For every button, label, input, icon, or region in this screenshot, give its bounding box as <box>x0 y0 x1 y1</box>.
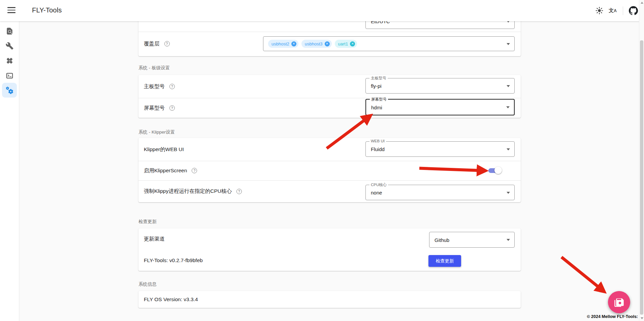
field-label: WEB UI <box>369 139 386 143</box>
help-icon[interactable]: ? <box>169 105 175 111</box>
cpu-value: none <box>371 190 382 195</box>
chip-close-icon[interactable]: ✕ <box>350 41 355 46</box>
scrollbar-thumb[interactable] <box>640 40 643 315</box>
top-app-bar: FLY-Tools 文A <box>0 0 644 21</box>
section-title-board: 系统 - 板级设置 <box>138 65 170 71</box>
help-icon[interactable]: ? <box>169 84 175 89</box>
update-card: 更新渠道 Github FLY-Tools: v0.2.7-fb9bfeb 检查… <box>138 228 521 271</box>
divider <box>138 32 521 32</box>
terminal-icon <box>6 72 13 79</box>
scroll-up-icon[interactable] <box>641 2 643 4</box>
section-title-info: 系统信息 <box>138 281 157 287</box>
translate-icon[interactable]: 文A <box>606 4 619 17</box>
chip-close-icon[interactable]: ✕ <box>325 41 330 46</box>
cpu-label: 强制Klippy进程运行在指定的CPU核心 <box>144 188 232 195</box>
flytools-version: FLY-Tools: v0.2.7-fb9bfeb <box>144 257 203 263</box>
sidebar-item-settings[interactable] <box>2 83 17 98</box>
os-version-row: FLY OS Version: v3.3.4 <box>138 291 521 308</box>
channel-label: 更新渠道 <box>144 236 165 243</box>
chevron-down-icon <box>507 43 510 45</box>
os-version: FLY OS Version: v3.3.4 <box>144 296 198 302</box>
overlay-select[interactable]: usbhost2 ✕ usbhost3 ✕ uart1 ✕ <box>263 36 515 51</box>
help-icon[interactable]: ? <box>164 41 170 46</box>
chip-label: usbhost2 <box>271 41 289 46</box>
chevron-down-icon <box>507 239 510 241</box>
board-settings-card: 主板型号 ? 主板型号 fly-pi 屏幕型号 ? 屏幕型号 hdmi <box>138 75 521 118</box>
board-model-value: fly-pi <box>371 83 382 89</box>
klipperscreen-toggle[interactable] <box>488 167 503 174</box>
arrow-to-fab <box>561 257 602 290</box>
sidebar-item-terminal[interactable] <box>2 68 17 83</box>
find-in-page-icon <box>6 27 13 35</box>
overlay-label: 覆盖层 <box>144 40 160 47</box>
vertical-scrollbar[interactable] <box>639 0 644 321</box>
section-title-klipper: 系统 - Klipper设置 <box>138 129 175 135</box>
save-all-icon <box>614 297 624 307</box>
overlay-chip[interactable]: usbhost3 ✕ <box>301 40 332 48</box>
chip-label: uart1 <box>338 41 348 46</box>
sidebar-item-healing[interactable] <box>2 53 17 68</box>
update-channel-select[interactable]: Github <box>429 232 515 248</box>
menu-icon[interactable] <box>7 7 15 14</box>
cpu-select[interactable]: CPU核心 none <box>365 185 515 200</box>
scroll-down-icon[interactable] <box>641 317 643 319</box>
github-icon[interactable] <box>626 4 640 17</box>
klipper-settings-card: Klipper的WEB UI WEB UI Fluidd 启用KlipperSc… <box>138 138 521 202</box>
version-row: FLY-Tools: v0.2.7-fb9bfeb <box>138 250 521 271</box>
wrench-icon <box>6 42 13 50</box>
overlay-chip[interactable]: usbhost2 ✕ <box>268 40 298 48</box>
overlay-chip[interactable]: uart1 ✕ <box>335 40 357 48</box>
screen-model-label: 屏幕型号 <box>144 105 165 112</box>
webui-value: Fluidd <box>371 146 385 152</box>
screen-model-value: hdmi <box>371 104 382 110</box>
help-icon[interactable]: ? <box>236 189 242 194</box>
webui-select[interactable]: WEB UI Fluidd <box>365 141 515 157</box>
field-label: 主板型号 <box>369 76 388 81</box>
chevron-down-icon <box>507 85 510 87</box>
check-update-button[interactable]: 检查更新 <box>428 255 461 267</box>
settings-gears-icon <box>6 86 13 94</box>
icon-sidebar <box>0 21 19 321</box>
healing-icon <box>6 57 13 65</box>
sidebar-item-find-in-page[interactable] <box>2 24 17 38</box>
webui-label: Klipper的WEB UI <box>144 146 184 153</box>
chevron-down-icon <box>507 192 510 194</box>
field-label: CPU核心 <box>369 182 388 187</box>
klipperscreen-row: 启用KlipperScreen ? <box>138 161 521 180</box>
channel-value: Github <box>434 237 449 243</box>
chip-close-icon[interactable]: ✕ <box>291 41 296 46</box>
divider <box>623 6 623 15</box>
copyright-text: © 2024 Mellow FLY-Tools: <box>587 314 638 319</box>
chevron-down-icon <box>507 148 510 150</box>
save-fab[interactable] <box>608 291 630 313</box>
toggle-thumb <box>494 167 502 174</box>
klipperscreen-label: 启用KlipperScreen <box>144 167 187 174</box>
app-title: FLY-Tools <box>32 6 62 14</box>
screen-model-select[interactable]: 屏幕型号 hdmi <box>365 99 515 115</box>
sidebar-item-tools[interactable] <box>2 38 17 53</box>
chip-label: usbhost3 <box>305 41 323 46</box>
field-label: 屏幕型号 <box>370 97 388 102</box>
section-title-update: 检查更新 <box>138 219 157 225</box>
help-icon[interactable]: ? <box>192 168 197 173</box>
system-info-card: FLY OS Version: v3.3.4 <box>138 291 521 308</box>
board-model-label: 主板型号 <box>144 83 165 90</box>
board-model-select[interactable]: 主板型号 fly-pi <box>365 78 515 94</box>
chevron-down-icon <box>506 106 510 108</box>
brightness-icon[interactable] <box>592 4 606 17</box>
